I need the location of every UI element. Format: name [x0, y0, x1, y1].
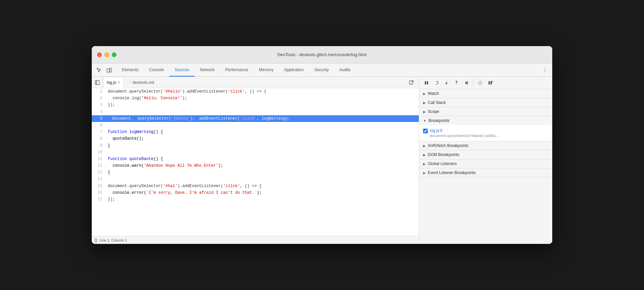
code-area: 1 document.querySelector('#hello').addEv…	[92, 88, 419, 203]
tab-sources[interactable]: Sources	[169, 63, 195, 77]
scope-toggle-icon: ▶	[423, 110, 426, 114]
breakpoint-info: log.js:5 document.querySelector('#dante'…	[430, 128, 548, 138]
tab-console[interactable]: Console	[144, 63, 169, 77]
file-tab-devtools-md[interactable]: 📄 devtools.md	[124, 77, 157, 88]
code-line-1: 1 document.querySelector('#hello').addEv…	[92, 88, 419, 95]
code-line-8: 8 quoteDante();	[92, 135, 419, 142]
code-line-6: 6	[92, 122, 419, 129]
minimize-button[interactable]	[104, 52, 109, 57]
close-button[interactable]	[97, 52, 102, 57]
section-call-stack: ▶ Call Stack	[419, 98, 552, 107]
svg-rect-5	[425, 81, 426, 85]
debug-controls	[419, 77, 552, 89]
status-bar: {} Line 1, Column 1	[92, 236, 419, 244]
file-sidebar-toggle[interactable]	[92, 77, 103, 88]
scope-header[interactable]: ▶ Scope	[419, 107, 552, 116]
watch-label: Watch	[428, 91, 439, 96]
right-panel: ▶ Watch ▶ Call Stack ▶ Scope	[419, 77, 552, 244]
devtools-window: DevTools - devtools.glitch.me/console/lo…	[92, 46, 552, 244]
pause-button[interactable]	[422, 78, 431, 88]
toolbar-icons	[94, 65, 114, 75]
dom-breakpoints-header[interactable]: ▶ DOM Breakpoints	[419, 150, 552, 159]
divider	[473, 80, 473, 86]
deactivate-breakpoints-button[interactable]	[475, 78, 485, 88]
window-title: DevTools - devtools.glitch.me/console/lo…	[278, 52, 367, 57]
file-tab-label: log.js	[107, 80, 116, 85]
tab-audits[interactable]: Audits	[334, 63, 356, 77]
step-button[interactable]	[462, 78, 471, 88]
call-stack-header[interactable]: ▶ Call Stack	[419, 98, 552, 107]
tab-performance[interactable]: Performance	[220, 63, 254, 77]
code-line-9: 9 }	[92, 142, 419, 149]
file-tab-logjs[interactable]: log.js ✕	[103, 77, 124, 88]
traffic-lights	[97, 52, 116, 57]
call-stack-label: Call Stack	[428, 100, 446, 105]
pause-on-exceptions-button[interactable]	[486, 78, 495, 88]
global-listeners-toggle-icon: ▶	[423, 162, 426, 166]
code-line-5: 5 document.querySelector('#dante').addEv…	[92, 115, 419, 122]
code-line-15: 15 document.querySelector('#hal').addEve…	[92, 183, 419, 189]
file-tab-label-md: devtools.md	[132, 80, 154, 85]
format-icon[interactable]: {}	[94, 238, 97, 243]
global-listeners-header[interactable]: ▶ Global Listeners	[419, 159, 552, 168]
section-breakpoints: ▼ Breakpoints log.js:5 document.querySel…	[419, 116, 552, 141]
code-editor[interactable]: 1 document.querySelector('#hello').addEv…	[92, 88, 419, 236]
event-listener-breakpoints-label: Event Listener Breakpoints	[428, 170, 475, 175]
xhr-breakpoints-header[interactable]: ▶ XHR/fetch Breakpoints	[419, 141, 552, 150]
tab-network[interactable]: Network	[195, 63, 220, 77]
svg-rect-3	[95, 81, 97, 85]
breakpoint-file: log.js:5	[430, 128, 548, 133]
tab-application[interactable]: Application	[279, 63, 309, 77]
breakpoint-item: log.js:5 document.querySelector('#dante'…	[423, 127, 548, 139]
section-event-listener-breakpoints: ▶ Event Listener Breakpoints	[419, 168, 552, 177]
section-watch: ▶ Watch	[419, 89, 552, 98]
tabs: Elements Console Sources Network Perform…	[116, 63, 540, 77]
global-listeners-label: Global Listeners	[428, 161, 457, 166]
code-line-4: 4	[92, 109, 419, 115]
code-line-13: 13 }	[92, 169, 419, 176]
maximize-button[interactable]	[112, 52, 116, 57]
dom-breakpoints-label: DOM Breakpoints	[428, 152, 459, 157]
svg-rect-11	[489, 81, 490, 85]
file-tab-close-logjs[interactable]: ✕	[117, 81, 120, 84]
more-options-button[interactable]: ⋮	[540, 65, 550, 75]
tab-bar: Elements Console Sources Network Perform…	[92, 63, 552, 77]
tab-elements[interactable]: Elements	[116, 63, 144, 77]
event-listener-breakpoints-header[interactable]: ▶ Event Listener Breakpoints	[419, 168, 552, 177]
watch-toggle-icon: ▶	[423, 92, 426, 96]
breakpoints-content: log.js:5 document.querySelector('#dante'…	[419, 125, 552, 141]
code-line-16: 16 console.error(`I'm sorry, Dave. I'm a…	[92, 189, 419, 196]
code-line-12: 12 console.warn('Abandon Hope All Ye Who…	[92, 162, 419, 169]
code-line-10: 10	[92, 149, 419, 156]
step-out-button[interactable]	[452, 78, 461, 88]
breakpoints-toggle-icon: ▼	[423, 119, 426, 123]
svg-rect-4	[409, 81, 413, 84]
svg-rect-0	[107, 69, 109, 72]
open-in-new-tab-icon[interactable]	[407, 78, 416, 87]
main-content: log.js ✕ 📄 devtools.md	[92, 77, 552, 244]
section-xhr-breakpoints: ▶ XHR/fetch Breakpoints	[419, 141, 552, 150]
code-line-14: 14	[92, 176, 419, 182]
watch-header[interactable]: ▶ Watch	[419, 89, 552, 98]
toolbar-right: ⋮	[540, 65, 550, 75]
section-global-listeners: ▶ Global Listeners	[419, 159, 552, 168]
section-scope: ▶ Scope	[419, 107, 552, 116]
code-line-2: 2 console.log('Hello, Console!');	[92, 95, 419, 102]
xhr-breakpoints-label: XHR/fetch Breakpoints	[428, 143, 468, 148]
breakpoints-header[interactable]: ▼ Breakpoints	[419, 116, 552, 125]
code-line-11: 11 function quoteDante() {	[92, 156, 419, 162]
cursor-position: Line 1, Column 1	[99, 238, 127, 242]
breakpoints-label: Breakpoints	[428, 118, 449, 123]
step-into-button[interactable]	[442, 78, 451, 88]
svg-rect-1	[110, 68, 111, 72]
step-over-button[interactable]	[432, 78, 441, 88]
code-line-3: 3 });	[92, 102, 419, 108]
file-icon: 📄	[127, 81, 131, 84]
call-stack-toggle-icon: ▶	[423, 101, 426, 105]
inspect-icon[interactable]	[94, 65, 104, 75]
tab-memory[interactable]: Memory	[254, 63, 279, 77]
tab-security[interactable]: Security	[309, 63, 334, 77]
device-toolbar-icon[interactable]	[104, 65, 114, 75]
xhr-toggle-icon: ▶	[423, 144, 426, 148]
breakpoint-checkbox[interactable]	[423, 129, 428, 133]
